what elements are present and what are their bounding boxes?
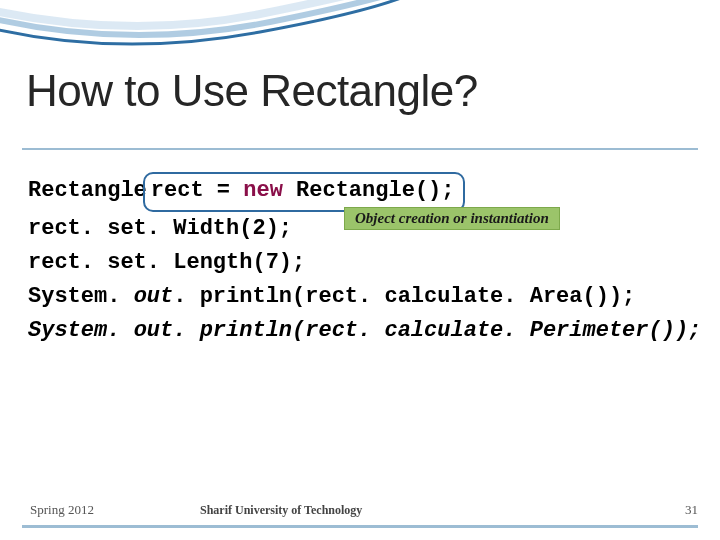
slide-title: How to Use Rectangle? — [26, 66, 478, 116]
footer-rule — [22, 525, 698, 528]
page-number: 31 — [685, 502, 698, 518]
code-line-3: rect. set. Length(7); — [28, 246, 698, 280]
title-rule — [22, 148, 698, 150]
decorative-swoosh — [0, 0, 720, 70]
code-out: out — [134, 318, 174, 343]
code-block: Rectangle rect = new Rectangle(); rect. … — [28, 172, 698, 348]
code-text: Rectangle(); — [283, 178, 455, 203]
code-text: . println(rect. calculate. Area()); — [173, 284, 635, 309]
footer-org: Sharif University of Technology — [200, 503, 362, 518]
code-text: . println(rect. calculate. Perimeter()); — [173, 318, 701, 343]
code-line-4: System. out. println(rect. calculate. Ar… — [28, 280, 698, 314]
code-text: Rectangle — [28, 178, 147, 203]
footer-date: Spring 2012 — [30, 502, 94, 518]
keyword-new: new — [243, 178, 283, 203]
code-out: out — [134, 284, 174, 309]
code-line-5: System. out. println(rect. calculate. Pe… — [28, 314, 698, 348]
code-text: System. — [28, 284, 134, 309]
annotation-label: Object creation or instantiation — [344, 207, 560, 230]
code-text: System. — [28, 318, 134, 343]
code-text: rect = — [151, 178, 243, 203]
